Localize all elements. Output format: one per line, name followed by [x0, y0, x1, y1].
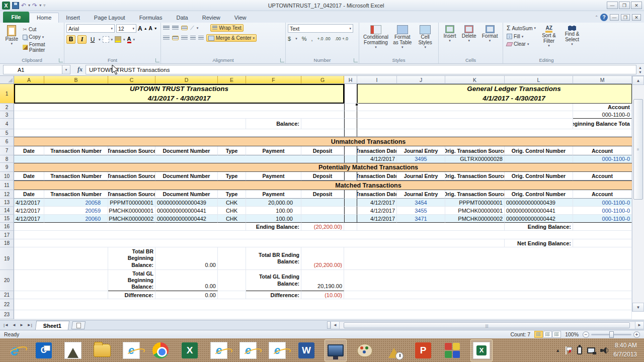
last-sheet-icon[interactable]: ►|: [26, 322, 34, 328]
cell[interactable]: 3471: [397, 215, 445, 223]
column-header[interactable]: E: [218, 76, 246, 84]
tab-formulas[interactable]: Formulas: [132, 13, 170, 23]
restore-button[interactable]: ❐: [619, 2, 630, 9]
taskbar-excel-active-button[interactable]: X: [470, 339, 493, 361]
fill-button[interactable]: ↓Fill▾: [505, 33, 537, 40]
account-number-cell[interactable]: 000-1100-0: [573, 111, 632, 119]
taskbar-outlook-button[interactable]: O: [33, 339, 55, 361]
format-painter-button[interactable]: Format Painter: [21, 41, 62, 53]
column-header[interactable]: B: [44, 76, 108, 84]
cell[interactable]: 20059: [44, 207, 108, 215]
workbook-minimize-button[interactable]: —: [610, 14, 619, 21]
cell[interactable]: 4/12/2017: [14, 199, 44, 207]
select-all-corner[interactable]: [0, 76, 14, 84]
row-header[interactable]: 6: [0, 137, 14, 146]
cell[interactable]: 0000000000000441: [505, 207, 573, 215]
scroll-up-icon[interactable]: ▲: [632, 76, 644, 85]
cell[interactable]: [344, 190, 357, 199]
tab-split-handle[interactable]: [327, 321, 331, 329]
cell[interactable]: PMCHK00000001: [445, 207, 505, 215]
vertical-scroll-track[interactable]: ≡: [632, 85, 644, 303]
cell[interactable]: [218, 270, 246, 291]
header-cell[interactable]: Type: [218, 190, 246, 199]
row-header[interactable]: 14: [0, 207, 14, 215]
cell[interactable]: [14, 270, 108, 291]
first-sheet-icon[interactable]: |◄: [2, 322, 10, 328]
borders-icon[interactable]: [103, 36, 109, 43]
cell[interactable]: [357, 223, 505, 231]
cell[interactable]: 0000000000000442: [505, 215, 573, 223]
header-cell[interactable]: Orig. Control Number: [505, 172, 573, 180]
insert-function-icon[interactable]: fx: [77, 66, 83, 73]
zoom-track[interactable]: [591, 334, 631, 335]
cell[interactable]: [14, 111, 344, 119]
header-cell[interactable]: Transaction Number: [44, 146, 108, 155]
cell[interactable]: 20060: [44, 215, 108, 223]
align-bottom-icon[interactable]: [181, 26, 188, 30]
br-end-label-cell[interactable]: Total BR Ending Balance:: [246, 247, 301, 270]
clear-button[interactable]: Clear▾: [505, 41, 537, 47]
help-icon[interactable]: ?: [600, 14, 608, 21]
br-end-value-cell[interactable]: (20,200.00): [301, 247, 344, 270]
sheet-tab-sheet1[interactable]: Sheet1: [35, 321, 70, 330]
cell[interactable]: [301, 199, 344, 207]
header-cell[interactable]: Type: [218, 172, 246, 180]
save-icon[interactable]: [12, 2, 19, 9]
cell[interactable]: [14, 104, 344, 111]
header-cell[interactable]: Journal Entry: [397, 146, 445, 155]
align-middle-icon[interactable]: [172, 26, 179, 30]
gl-ending-balance-label-cell[interactable]: Ending Balance:: [505, 223, 573, 231]
header-cell[interactable]: Account: [573, 146, 632, 155]
minimize-button[interactable]: —: [607, 2, 618, 9]
cell[interactable]: [14, 247, 108, 270]
taskbar-dynamics-button[interactable]: [62, 339, 84, 361]
cell[interactable]: [301, 215, 344, 223]
copy-button[interactable]: Copy▾: [21, 34, 62, 40]
workbook-close-button[interactable]: ✕: [632, 14, 641, 21]
cell[interactable]: [573, 239, 632, 247]
workbook-restore-button[interactable]: ❐: [621, 14, 630, 21]
row-header[interactable]: 7: [0, 146, 14, 155]
cell-styles-button[interactable]: Cell Styles ▾: [414, 24, 436, 50]
zoom-in-icon[interactable]: +: [633, 331, 640, 338]
cell[interactable]: 4/12/2017: [357, 199, 397, 207]
cell[interactable]: [14, 231, 632, 239]
cell[interactable]: 4/12/2017: [357, 207, 397, 215]
gl-end-label-cell[interactable]: Total GL Ending Balance:: [246, 270, 301, 291]
battery-icon[interactable]: [577, 346, 582, 354]
gl-begin-value-cell[interactable]: 0.00: [155, 270, 218, 291]
redo-caret-icon[interactable]: ▾: [39, 3, 41, 8]
row-header[interactable]: 10: [0, 172, 14, 180]
cell[interactable]: [344, 146, 357, 155]
row-header[interactable]: 5: [0, 129, 14, 137]
header-cell[interactable]: Document Number: [155, 172, 218, 180]
row-header[interactable]: 11: [0, 180, 14, 190]
cell[interactable]: PPPMT00000001: [108, 199, 155, 207]
undo-caret-icon[interactable]: ▾: [28, 3, 30, 8]
matched-section-banner[interactable]: Matched Transactions: [14, 180, 632, 190]
cell[interactable]: [344, 111, 357, 119]
cell[interactable]: 0000000000000439: [505, 199, 573, 207]
underline-button[interactable]: U: [89, 36, 97, 43]
header-cell[interactable]: Transaction Number: [44, 190, 108, 199]
taskbar-ie-button[interactable]: e: [4, 339, 26, 361]
font-family-combo[interactable]: Arial▾: [66, 24, 115, 33]
header-cell[interactable]: Account: [573, 172, 632, 180]
zoom-out-icon[interactable]: −: [583, 331, 589, 338]
cell[interactable]: 000-1100-0: [573, 215, 632, 223]
prev-sheet-icon[interactable]: ◄: [11, 322, 18, 328]
cell[interactable]: [14, 299, 632, 310]
column-header[interactable]: D: [155, 76, 218, 84]
cell[interactable]: 4/12/2017: [14, 215, 44, 223]
cell[interactable]: [14, 129, 344, 137]
taskbar-explorer-button[interactable]: [91, 339, 113, 361]
header-cell[interactable]: Document Number: [155, 146, 218, 155]
header-cell[interactable]: Date: [14, 146, 44, 155]
cell[interactable]: [505, 155, 573, 163]
fill-color-caret-icon[interactable]: ▾: [123, 38, 125, 42]
font-dialog-launcher-icon[interactable]: [155, 58, 159, 62]
align-right-icon[interactable]: [181, 36, 188, 40]
horizontal-scroll-thumb[interactable]: |||: [344, 322, 630, 328]
show-hidden-icons-icon[interactable]: ▲: [555, 348, 560, 353]
taskbar-ie-window-button[interactable]: e: [120, 339, 142, 361]
